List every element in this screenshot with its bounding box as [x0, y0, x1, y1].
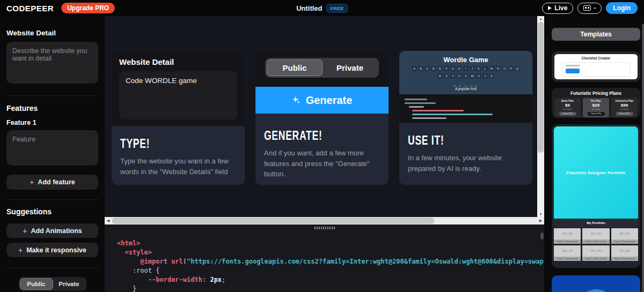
- pricing-title: Futuristic Pricing Plans: [554, 91, 638, 96]
- card-body: GENERATE! And if you want, add a few mor…: [255, 114, 389, 182]
- code-editor-scroll-thumb[interactable]: [540, 233, 544, 239]
- demo-public-option[interactable]: Public: [267, 59, 323, 76]
- add-feature-button[interactable]: + Add feature: [6, 175, 98, 190]
- letter-tile: U: [457, 73, 462, 79]
- live-label: Live: [554, 4, 567, 12]
- plan-name: Basic Plan: [555, 100, 580, 102]
- card-body: TYPE! Type the website you want in a few…: [112, 126, 245, 179]
- checklist-panel: [562, 62, 630, 77]
- screen-record-button[interactable]: -: [577, 3, 602, 14]
- wordle-keyboard: ABCDEFGHIJKLMNOPQRSTUVWXYZ: [404, 66, 528, 79]
- demo-website-detail-input[interactable]: Code WORDLE game: [119, 71, 237, 119]
- scroll-right-arrow[interactable]: ▶: [537, 219, 544, 223]
- checklist-text-line: [566, 65, 580, 66]
- top-bar: CODEPEER Upgrade PRO Untitled FREE Live …: [0, 0, 644, 16]
- template-checklist-creator[interactable]: Checklist Creator: [552, 51, 640, 82]
- play-icon: [548, 6, 552, 10]
- features-label: Features: [6, 104, 98, 113]
- suggestion-make-responsive-button[interactable]: + Make it responsive: [6, 243, 98, 257]
- project-placeholder: 350 x 200: [582, 245, 609, 257]
- project-name[interactable]: Untitled: [296, 4, 322, 12]
- mini-code-line: [412, 110, 464, 111]
- portfolio-project: 350 x 200Project 6 - Hover to reveal: [611, 245, 638, 261]
- feature-input[interactable]: [6, 130, 98, 166]
- panel-resize-divider[interactable]: [105, 224, 544, 231]
- divider: [6, 268, 98, 268]
- wordle-hint: A popular fruit: [404, 87, 528, 91]
- demo-generate-button[interactable]: Generate: [255, 87, 389, 114]
- letter-tile: Q: [515, 66, 520, 71]
- portfolio-project: 350 x 200Project 2 - Hover to reveal: [582, 228, 609, 244]
- template-futuristic-pricing[interactable]: Futuristic Pricing Plans Basic Plan$9per…: [552, 88, 640, 118]
- suggestion-add-animations-button[interactable]: + Add Animations: [6, 223, 98, 238]
- visibility-public-option[interactable]: Public: [20, 278, 53, 290]
- plan-price: $9: [555, 103, 580, 108]
- letter-tile: C: [425, 66, 430, 71]
- pricing-tier: Basic Plan$9per monthChoose Plan: [554, 98, 581, 117]
- plus-icon: +: [30, 178, 34, 186]
- preview-vertical-scrollbar[interactable]: ▲ ▼: [537, 16, 544, 217]
- letter-tile: L: [482, 66, 488, 71]
- horizontal-scroll-thumb[interactable]: [112, 218, 434, 224]
- letter-tile: V: [463, 73, 469, 79]
- portfolio-project: 350 x 200Project 5 - Hover to reveal: [582, 245, 609, 261]
- letter-tile: N: [495, 66, 501, 71]
- card-heading: TYPE!: [120, 137, 150, 151]
- card-description: In a few minutes, your website prepared …: [408, 153, 524, 174]
- project-placeholder: 350 x 200: [554, 228, 581, 239]
- templates-sidebar: Templates Checklist Creator Futuristic P…: [545, 16, 644, 292]
- plus-icon: +: [23, 227, 27, 235]
- live-button[interactable]: Live: [542, 3, 573, 14]
- vertical-scroll-thumb[interactable]: [538, 22, 544, 153]
- scroll-up-arrow[interactable]: ▲: [537, 17, 544, 20]
- templates-scrollbar[interactable]: [642, 24, 644, 292]
- code-line: <html>: [117, 239, 544, 248]
- plan-price: $29: [584, 103, 608, 108]
- letter-tile: D: [431, 66, 436, 71]
- pricing-tier: Enterprise Plan$99per monthChoose Plan: [611, 98, 638, 117]
- preview-horizontal-scrollbar[interactable]: ◀ ▶: [105, 217, 544, 224]
- letter-tile: K: [476, 66, 481, 71]
- plan-price: $99: [612, 103, 636, 108]
- login-button[interactable]: Login: [606, 2, 638, 14]
- project-placeholder: 350 x 200: [582, 228, 609, 239]
- code-line: :root {: [117, 266, 544, 275]
- mini-code-line: [405, 102, 436, 104]
- project-caption: Project 2 - Hover to reveal: [582, 239, 609, 244]
- template-designer-portfolio[interactable]: Futuristic Designer Portfolio My Portfol…: [552, 124, 640, 268]
- divider: [6, 199, 98, 200]
- code-line: @import url("https://fonts.googleapis.co…: [117, 257, 544, 266]
- demo-wordle-preview: Wordle Game ABCDEFGHIJKLMNOPQRSTUVWXYZ _…: [399, 51, 532, 94]
- sparkle-icon: [292, 96, 301, 104]
- demo-website-detail: Website Detail Code WORDLE game: [112, 51, 245, 126]
- website-detail-input[interactable]: [6, 42, 98, 84]
- letter-tile: X: [476, 73, 481, 79]
- portfolio-project: 350 x 200Project 1 - Hover to reveal: [554, 228, 581, 244]
- visibility-private-option[interactable]: Private: [53, 278, 85, 290]
- checklist-blue-button: [566, 69, 580, 73]
- plan-name: Pro Plan: [584, 100, 608, 102]
- letter-tile: O: [502, 66, 507, 71]
- scroll-left-arrow[interactable]: ◀: [105, 219, 112, 223]
- mini-code-line: [405, 99, 427, 100]
- project-caption: Project 1 - Hover to reveal: [554, 239, 581, 244]
- left-sidebar: Website Detail Features Feature 1 + Add …: [0, 16, 105, 292]
- website-detail-label: Website Detail: [6, 29, 98, 37]
- onboarding-card-generate: Public Private Generate GENERATE! And if…: [255, 51, 389, 185]
- letter-tile: G: [450, 66, 456, 71]
- drag-grip-icon[interactable]: [314, 227, 335, 229]
- visibility-toggle: Public Private: [19, 277, 86, 291]
- website-preview-pane[interactable]: Website Detail Code WORDLE game TYPE! Ty…: [105, 16, 537, 217]
- code-editor[interactable]: <html> <style> @import url("https://font…: [105, 231, 544, 292]
- portfolio-section-title: My Portfolio: [554, 219, 638, 227]
- templates-header[interactable]: Templates: [552, 28, 640, 41]
- scroll-down-arrow[interactable]: ▼: [537, 213, 544, 216]
- upgrade-pro-button[interactable]: Upgrade PRO: [61, 3, 115, 13]
- demo-private-option[interactable]: Private: [323, 59, 377, 76]
- plus-icon: +: [18, 246, 23, 254]
- template-blue-partial[interactable]: [552, 275, 640, 292]
- pricing-tier: Pro Plan$29per monthChoose Plan: [583, 98, 609, 117]
- pricing-plans-row: Basic Plan$9per monthChoose PlanPro Plan…: [554, 98, 638, 117]
- letter-tile: T: [450, 73, 456, 79]
- suggestions-label: Suggestions: [6, 207, 98, 216]
